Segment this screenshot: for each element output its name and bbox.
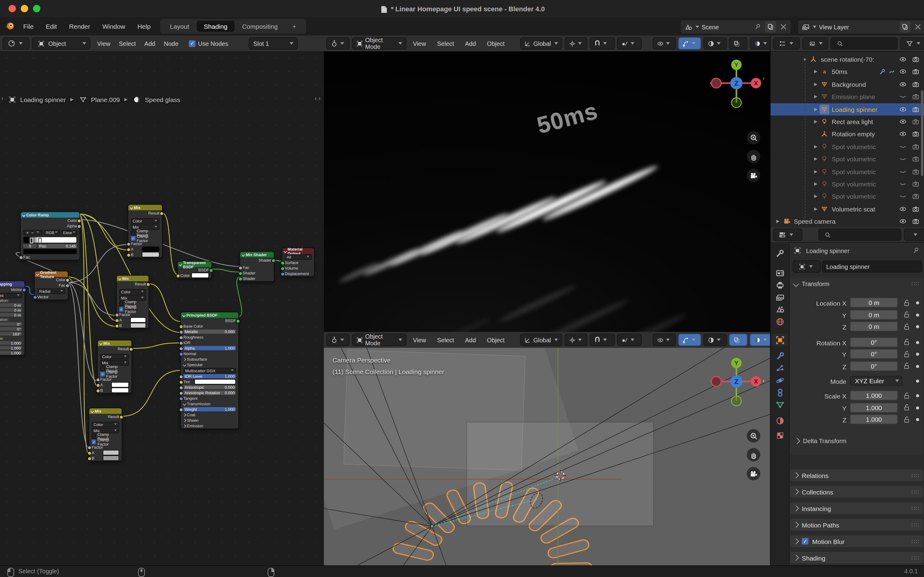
value-field[interactable]: 0° — [850, 361, 898, 371]
expand-arrow[interactable]: ▶ — [812, 156, 819, 161]
pan-button[interactable] — [747, 448, 760, 461]
outliner-row[interactable]: ▶Spot volumetric — [771, 190, 924, 203]
lock-open-icon[interactable] — [901, 361, 911, 371]
shader-type-dropdown[interactable]: Object — [32, 37, 90, 50]
breadcrumb-material[interactable]: Speed glass — [145, 96, 180, 103]
output-socket[interactable] — [119, 415, 124, 419]
properties-tab-material[interactable] — [772, 414, 788, 427]
snap-button[interactable] — [590, 37, 615, 50]
node-dropdown[interactable]: Color — [92, 421, 119, 427]
lock-open-icon[interactable] — [901, 321, 911, 331]
shader-menu-select[interactable]: Select — [114, 40, 140, 47]
pin-icon[interactable] — [911, 246, 921, 256]
object-name-field[interactable]: Loading spinner — [822, 260, 922, 272]
show-overlays-button[interactable] — [704, 334, 727, 346]
add-workspace-button[interactable]: + — [285, 21, 303, 32]
node-value[interactable]: 1.000 — [0, 346, 22, 350]
render-camera-off-icon[interactable] — [909, 192, 922, 201]
node-value[interactable]: 0° — [0, 322, 22, 326]
input-socket[interactable] — [33, 295, 37, 299]
outliner-item-label[interactable]: Emission plane — [832, 93, 897, 100]
shader-menu-node[interactable]: Node — [159, 40, 183, 47]
node-header[interactable]: Mix — [89, 408, 122, 414]
panel-grip-icon[interactable]: ∷∷ — [911, 538, 920, 544]
visibility-eye-icon[interactable] — [897, 216, 909, 226]
input-socket[interactable] — [179, 352, 184, 356]
menu-window[interactable]: Window — [96, 17, 131, 35]
section-motion-blur[interactable]: ✓Motion Blur∷∷ — [790, 535, 923, 547]
input-socket[interactable] — [238, 271, 243, 276]
outliner-row[interactable]: ▶Spot volumetric — [771, 178, 924, 190]
panel-grip-icon[interactable]: ∷∷ — [911, 280, 920, 287]
node-output[interactable]: Material OutputAllSurfaceVolumeDisplacem… — [282, 248, 315, 277]
lock-open-icon[interactable] — [901, 403, 911, 412]
show-gizmos-button[interactable] — [678, 334, 701, 346]
properties-tab-tool[interactable] — [772, 247, 788, 259]
node-checkbox[interactable]: ✓ — [92, 439, 96, 444]
visibility-dropdown[interactable] — [653, 334, 676, 346]
viewport-menu-add[interactable]: Add — [461, 40, 480, 47]
viewport-menu-add[interactable]: Add — [461, 337, 480, 343]
viewport-menu-view[interactable]: View — [409, 337, 430, 343]
remove-view-layer-icon[interactable] — [913, 22, 923, 32]
node-header[interactable]: Mix — [117, 276, 148, 281]
outliner-search-input[interactable] — [831, 37, 898, 50]
animate-dot[interactable] — [916, 380, 919, 383]
lock-open-icon[interactable] — [901, 309, 911, 319]
expand-arrow[interactable]: ▶ — [812, 69, 819, 74]
outliner-item-label[interactable]: Spot volumetric — [832, 168, 897, 175]
expand-arrow[interactable]: ▶ — [812, 182, 819, 187]
input-socket[interactable] — [179, 330, 184, 334]
node-header[interactable]: Mix — [128, 205, 162, 210]
lock-open-icon[interactable] — [901, 349, 911, 359]
expand-arrow[interactable]: ▶ — [812, 169, 819, 174]
node-dropdown[interactable]: Color — [131, 218, 159, 223]
output-socket[interactable] — [77, 219, 81, 223]
output-socket[interactable] — [271, 258, 275, 263]
visibility-dropdown[interactable] — [653, 37, 676, 50]
outliner-item-label[interactable]: 50ms — [832, 68, 877, 76]
node-mix2[interactable]: MixResultColorMixClamp Result✓Clamp Fact… — [116, 275, 149, 329]
properties-search-input[interactable] — [818, 229, 901, 241]
camera-view-button[interactable] — [747, 169, 760, 182]
properties-tab-world[interactable] — [772, 315, 788, 328]
input-socket[interactable] — [87, 451, 92, 455]
visibility-eye-icon[interactable] — [897, 117, 909, 127]
expand-arrow[interactable]: ▶ — [812, 194, 819, 199]
input-socket[interactable] — [179, 408, 184, 412]
value-field[interactable]: 0° — [850, 337, 898, 347]
outliner-item-label[interactable]: Speed camera — [794, 218, 897, 225]
animate-dot[interactable] — [916, 418, 919, 421]
expand-arrow[interactable]: ▶ — [812, 144, 819, 149]
pin-icon[interactable] — [753, 22, 763, 32]
outliner-item-label[interactable]: Spot volumetric — [832, 193, 897, 200]
outliner-item-label[interactable]: Rect area light — [832, 118, 897, 125]
render-camera-off-icon[interactable] — [909, 117, 922, 127]
outliner-row[interactable]: ▼scene rotation(-70: — [771, 53, 924, 65]
node-header[interactable]: Mapping — [0, 281, 24, 287]
axis-gizmo[interactable]: Y X Z — [710, 59, 770, 114]
value-field[interactable]: 1.000 — [850, 390, 898, 400]
workspace-tab-compositing[interactable]: Compositing — [235, 21, 285, 32]
editor-type-button[interactable] — [2, 37, 29, 50]
sidebar-collapse-icon[interactable]: ‹ — [763, 74, 765, 81]
expand-arrow[interactable]: ▶ — [812, 206, 819, 211]
node-value[interactable]: 183° — [0, 332, 22, 336]
animate-dot[interactable] — [916, 364, 919, 367]
ramp-interp-dropdown[interactable]: RGB — [44, 229, 60, 235]
node-mix4[interactable]: MixResultColorMixClamp Result✓Clamp Fact… — [89, 408, 122, 461]
scene-name[interactable]: Scene — [702, 24, 750, 30]
menu-render[interactable]: Render — [63, 17, 96, 35]
render-camera-icon[interactable] — [909, 55, 922, 64]
output-socket[interactable] — [77, 224, 81, 228]
value-field[interactable]: 0 m — [850, 321, 898, 331]
node-slider[interactable]: Metallic0.000 — [184, 329, 236, 334]
input-socket[interactable] — [115, 324, 119, 328]
visibility-eye-closed-icon[interactable] — [897, 92, 909, 102]
properties-tab-viewlayer[interactable] — [772, 291, 788, 303]
breadcrumb-left-arrow[interactable]: › — [1, 95, 3, 102]
scene-selector[interactable]: Scene — [680, 19, 791, 34]
node-value[interactable]: 0° — [0, 327, 22, 331]
value-field[interactable]: 1.000 — [850, 403, 898, 412]
properties-tab-texture[interactable] — [772, 429, 788, 441]
